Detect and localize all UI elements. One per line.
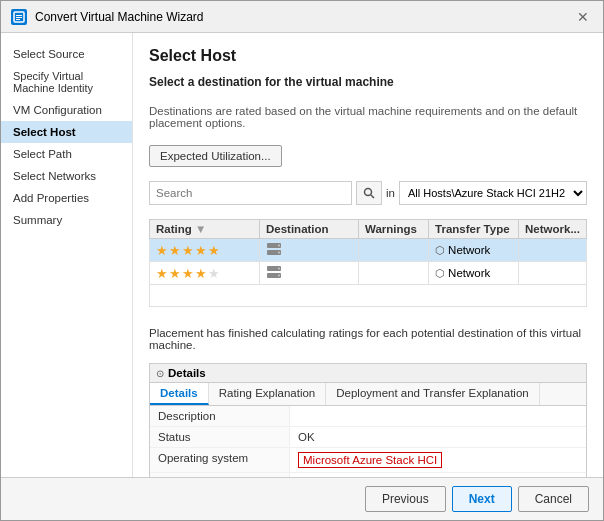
destination-cell [260, 262, 359, 285]
search-row: in All Hosts\Azure Stack HCI 21H2 [149, 181, 587, 205]
rating-cell: ★★★★★ [150, 239, 260, 262]
main-panel: Select Host Select a destination for the… [133, 33, 603, 477]
search-input[interactable] [149, 181, 352, 205]
sidebar-item-vm-configuration[interactable]: VM Configuration [1, 99, 132, 121]
title-bar-left: Convert Virtual Machine Wizard [11, 9, 204, 25]
sidebar-item-select-source[interactable]: Select Source [1, 43, 132, 65]
transfer-type-cell: ⬡ Network [429, 262, 519, 285]
destination-table: Rating ▼ Destination Warnings Transfer T… [149, 219, 587, 307]
footer: Previous Next Cancel [1, 477, 603, 520]
sidebar-item-specify-identity[interactable]: Specify Virtual Machine Identity [1, 65, 132, 99]
network-cell [519, 262, 587, 285]
wizard-window: Convert Virtual Machine Wizard ✕ Select … [0, 0, 604, 521]
close-button[interactable]: ✕ [573, 7, 593, 27]
next-button[interactable]: Next [452, 486, 512, 512]
col-transfer-type: Transfer Type [429, 220, 519, 239]
destination-cell [260, 239, 359, 262]
details-header: ⊙ Details [150, 364, 586, 383]
col-network: Network... [519, 220, 587, 239]
sidebar-item-select-networks[interactable]: Select Networks [1, 165, 132, 187]
subtitle: Select a destination for the virtual mac… [149, 75, 587, 89]
description: Destinations are rated based on the virt… [149, 105, 587, 129]
detail-value-os: Microsoft Azure Stack HCI [290, 448, 586, 472]
svg-point-13 [278, 275, 280, 277]
svg-point-4 [365, 189, 372, 196]
col-destination: Destination [260, 220, 359, 239]
warnings-cell [359, 262, 429, 285]
cancel-button[interactable]: Cancel [518, 486, 589, 512]
sidebar-item-select-path[interactable]: Select Path [1, 143, 132, 165]
detail-label-os: Operating system [150, 448, 290, 472]
svg-point-8 [278, 245, 280, 247]
detail-row-os: Operating system Microsoft Azure Stack H… [150, 448, 586, 473]
sidebar-item-add-properties[interactable]: Add Properties [1, 187, 132, 209]
details-section: ⊙ Details Details Rating Explanation Dep… [149, 363, 587, 477]
detail-value-status: OK [290, 427, 586, 447]
page-title: Select Host [149, 47, 587, 65]
table-header-row: Rating ▼ Destination Warnings Transfer T… [150, 220, 587, 239]
sidebar: Select Source Specify Virtual Machine Id… [1, 33, 133, 477]
detail-row-description: Description [150, 406, 586, 427]
details-tabs: Details Rating Explanation Deployment an… [150, 383, 586, 406]
svg-point-9 [278, 252, 280, 254]
wizard-icon [11, 9, 27, 25]
window-title: Convert Virtual Machine Wizard [35, 10, 204, 24]
server-icon [266, 265, 282, 279]
in-label: in [386, 187, 395, 199]
server-icon [266, 242, 282, 256]
warnings-cell [359, 239, 429, 262]
rating-cell: ★★★★★ [150, 262, 260, 285]
table-row[interactable]: ★★★★★ ⬡ Network [150, 239, 587, 262]
col-rating: Rating ▼ [150, 220, 260, 239]
svg-rect-1 [16, 15, 22, 16]
os-highlight: Microsoft Azure Stack HCI [298, 452, 442, 468]
placement-note: Placement has finished calculating ratin… [149, 327, 587, 351]
svg-point-12 [278, 268, 280, 270]
transfer-type-cell: ⬡ Network [429, 239, 519, 262]
detail-label-description: Description [150, 406, 290, 426]
details-label: Details [168, 367, 206, 379]
previous-button[interactable]: Previous [365, 486, 446, 512]
table-row [150, 285, 587, 307]
detail-value-description [290, 406, 586, 426]
title-bar: Convert Virtual Machine Wizard ✕ [1, 1, 603, 33]
content-area: Select Source Specify Virtual Machine Id… [1, 33, 603, 477]
tab-deployment-transfer[interactable]: Deployment and Transfer Explanation [326, 383, 539, 405]
expected-utilization-button[interactable]: Expected Utilization... [149, 145, 282, 167]
detail-row-status: Status OK [150, 427, 586, 448]
scope-select[interactable]: All Hosts\Azure Stack HCI 21H2 [399, 181, 587, 205]
table-row[interactable]: ★★★★★ ⬡ Network [150, 262, 587, 285]
detail-label-status: Status [150, 427, 290, 447]
search-icon [363, 187, 375, 199]
svg-rect-2 [16, 17, 22, 18]
svg-rect-3 [16, 19, 20, 20]
tab-rating-explanation[interactable]: Rating Explanation [209, 383, 327, 405]
tab-details[interactable]: Details [150, 383, 209, 405]
sidebar-item-select-host[interactable]: Select Host [1, 121, 132, 143]
search-button[interactable] [356, 181, 382, 205]
svg-line-5 [371, 195, 374, 198]
network-cell [519, 239, 587, 262]
col-warnings: Warnings [359, 220, 429, 239]
details-content: Description Status OK Operating system M… [150, 406, 586, 477]
collapse-icon[interactable]: ⊙ [156, 368, 164, 379]
sidebar-item-summary[interactable]: Summary [1, 209, 132, 231]
